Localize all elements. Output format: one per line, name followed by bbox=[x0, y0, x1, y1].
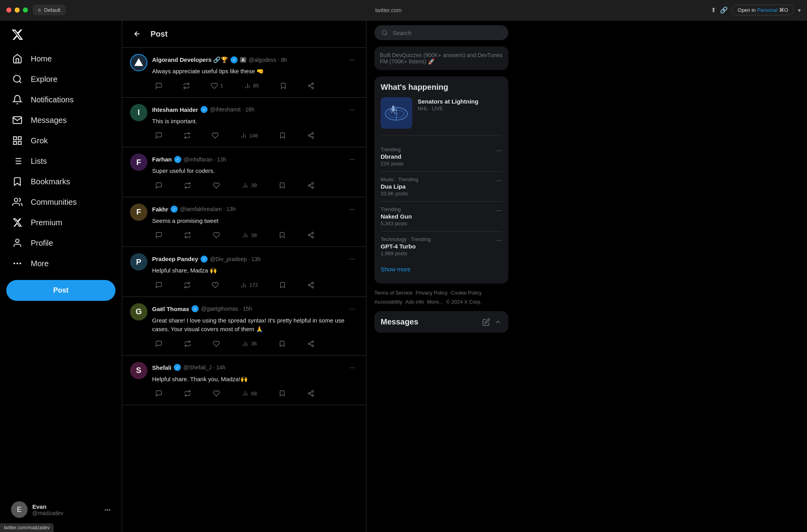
views-button[interactable]: 38 bbox=[238, 230, 260, 240]
tweet-card[interactable]: I Ihtesham Haider ✓ @ihteshamit · 16h ··… bbox=[122, 98, 366, 148]
share-button[interactable] bbox=[304, 180, 318, 191]
tweet-more-button[interactable]: ··· bbox=[346, 253, 358, 265]
trending-item[interactable]: Trending Dbrand 21K posts ··· bbox=[381, 142, 502, 172]
views-button[interactable]: 39 bbox=[238, 180, 260, 191]
reply-button[interactable] bbox=[152, 81, 165, 91]
trending-item-more-button[interactable]: ··· bbox=[496, 236, 502, 245]
tweet-card[interactable]: F Fakhr ✓ @iamfakhrealam · 13h ··· Seems… bbox=[122, 197, 366, 247]
dropdown-chevron-icon[interactable]: ▾ bbox=[798, 7, 801, 13]
tweet-card[interactable]: Algorand Developers 🔗🏆 ✓ A @algodevs · 8… bbox=[122, 48, 366, 98]
tweet-more-button[interactable]: ··· bbox=[346, 104, 358, 115]
like-button[interactable]: 1 bbox=[208, 81, 226, 91]
share-button[interactable] bbox=[304, 81, 318, 91]
show-more-button[interactable]: Show more bbox=[381, 261, 502, 277]
retweet-button[interactable] bbox=[181, 230, 194, 240]
bookmark-button[interactable] bbox=[275, 388, 289, 399]
sidebar-item-grok[interactable]: Grok bbox=[6, 130, 115, 151]
bookmark-button[interactable] bbox=[275, 230, 289, 240]
bookmark-button[interactable] bbox=[275, 339, 289, 349]
compose-message-icon[interactable] bbox=[482, 318, 490, 326]
trending-item[interactable]: Trending Naked Gun 5,343 posts ··· bbox=[381, 202, 502, 232]
like-button[interactable] bbox=[208, 280, 222, 290]
bookmark-button[interactable] bbox=[276, 280, 289, 290]
like-button[interactable] bbox=[210, 180, 223, 191]
sidebar-item-notifications[interactable]: Notifications bbox=[6, 89, 115, 110]
browser-tab[interactable]: ⎘ Default bbox=[33, 5, 66, 15]
sidebar-item-home[interactable]: Home bbox=[6, 48, 115, 69]
sidebar-item-lists[interactable]: Lists bbox=[6, 151, 115, 171]
traffic-light-yellow[interactable] bbox=[15, 7, 20, 13]
user-profile-footer[interactable]: E Evan @madzadev ••• bbox=[6, 497, 115, 523]
x-logo[interactable] bbox=[6, 24, 115, 47]
reply-button[interactable] bbox=[152, 130, 165, 141]
tweet-more-button[interactable]: ··· bbox=[346, 204, 358, 215]
share-icon[interactable]: ⬆ bbox=[711, 6, 716, 14]
trending-item[interactable]: Music · Trending Dua Lipa 33.9K posts ··… bbox=[381, 172, 502, 202]
sidebar-item-premium[interactable]: Premium bbox=[6, 212, 115, 233]
traffic-light-green[interactable] bbox=[23, 7, 28, 13]
like-button[interactable] bbox=[210, 339, 223, 349]
retweet-button[interactable] bbox=[180, 81, 193, 91]
share-button[interactable] bbox=[304, 230, 318, 240]
link-icon[interactable]: 🔗 bbox=[720, 6, 728, 14]
views-button[interactable]: 36 bbox=[238, 339, 260, 349]
tweet-card[interactable]: G Gaël Thomas ✓ @gaelgthomas · 15h ··· G… bbox=[122, 297, 366, 356]
retweet-button[interactable] bbox=[181, 339, 194, 349]
sidebar-item-communities[interactable]: Communities bbox=[6, 192, 115, 212]
share-button[interactable] bbox=[304, 280, 318, 290]
sidebar-item-messages[interactable]: Messages bbox=[6, 110, 115, 130]
traffic-light-red[interactable] bbox=[6, 7, 11, 13]
open-in-button[interactable]: Open in Personal ⌘O bbox=[732, 5, 794, 15]
retweet-button[interactable] bbox=[181, 388, 194, 399]
share-button[interactable] bbox=[304, 339, 318, 349]
views-button[interactable]: 146 bbox=[237, 130, 261, 141]
footer-link-cookie[interactable]: Cookie Policy bbox=[451, 290, 482, 296]
footer-link-terms[interactable]: Terms of Service bbox=[374, 290, 413, 296]
retweet-button[interactable] bbox=[181, 180, 194, 191]
reply-button[interactable] bbox=[152, 230, 165, 240]
reply-button[interactable] bbox=[152, 280, 165, 290]
bookmark-button[interactable] bbox=[276, 130, 289, 141]
trending-item[interactable]: Technology · Trending GPT-4 Turbo 1,989 … bbox=[381, 232, 502, 261]
tweet-more-button[interactable]: ··· bbox=[346, 362, 358, 373]
search-input[interactable] bbox=[392, 30, 501, 36]
like-button[interactable] bbox=[210, 230, 223, 240]
share-button[interactable] bbox=[304, 130, 318, 141]
footer-link-accessibility[interactable]: Accessibility bbox=[374, 299, 402, 305]
footer-link-more[interactable]: More... bbox=[427, 299, 443, 305]
trending-event[interactable]: Senators at Lightning NHL · LIVE bbox=[381, 97, 502, 135]
reply-button[interactable] bbox=[152, 339, 165, 349]
footer-link-ads[interactable]: Ads info bbox=[405, 299, 424, 305]
sidebar-item-explore[interactable]: Explore bbox=[6, 69, 115, 89]
footer-link-privacy[interactable]: Privacy Policy bbox=[416, 290, 448, 296]
views-button[interactable]: 172 bbox=[237, 280, 261, 290]
bookmark-button[interactable] bbox=[277, 81, 290, 91]
tweet-more-button[interactable]: ··· bbox=[346, 54, 358, 65]
like-button[interactable] bbox=[210, 388, 223, 399]
sidebar-item-profile[interactable]: Profile bbox=[6, 233, 115, 253]
user-footer-more[interactable]: ••• bbox=[104, 506, 111, 513]
sidebar-item-more[interactable]: More bbox=[6, 253, 115, 274]
retweet-button[interactable] bbox=[180, 130, 194, 141]
tweet-more-button[interactable]: ··· bbox=[346, 303, 358, 315]
tweet-card[interactable]: P Pradeep Pandey ✓ @Div_pradeep · 13h ··… bbox=[122, 247, 366, 297]
bookmark-button[interactable] bbox=[275, 180, 289, 191]
trending-item-more-button[interactable]: ··· bbox=[496, 176, 502, 185]
collapse-messages-icon[interactable] bbox=[494, 318, 502, 326]
trending-item-more-button[interactable]: ··· bbox=[496, 146, 502, 155]
back-button[interactable] bbox=[130, 27, 144, 41]
views-button[interactable]: 68 bbox=[238, 388, 260, 399]
views-button[interactable]: 85 bbox=[241, 81, 262, 91]
post-button[interactable]: Post bbox=[6, 280, 115, 301]
search-bar[interactable] bbox=[374, 25, 508, 40]
sidebar-item-bookmarks[interactable]: Bookmarks bbox=[6, 171, 115, 192]
share-button[interactable] bbox=[304, 388, 318, 399]
reply-button[interactable] bbox=[152, 180, 165, 191]
like-button[interactable] bbox=[208, 130, 222, 141]
retweet-button[interactable] bbox=[180, 280, 194, 290]
tweet-more-button[interactable]: ··· bbox=[346, 154, 358, 165]
trending-item-more-button[interactable]: ··· bbox=[496, 206, 502, 215]
tweet-card[interactable]: S Shefali ✓ @Shefali_J · 14h ··· Helpful… bbox=[122, 356, 366, 406]
reply-button[interactable] bbox=[152, 388, 165, 399]
tweet-card[interactable]: F Farhan ✓ @mhdfaran · 13h ··· Super use… bbox=[122, 147, 366, 197]
